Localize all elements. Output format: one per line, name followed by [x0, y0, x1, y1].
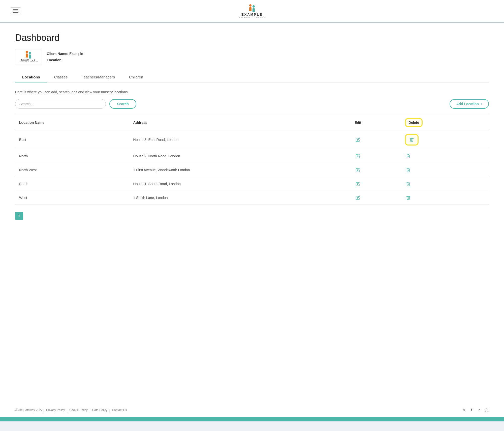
add-location-label: Add Location — [456, 102, 479, 106]
table-header-row: Location Name Address Edit Delete — [15, 115, 489, 130]
tab-locations[interactable]: Locations — [15, 72, 47, 82]
cell-address: House 2, North Road, London — [129, 149, 351, 163]
delete-button[interactable] — [405, 194, 412, 201]
facebook-icon[interactable]: f — [469, 408, 474, 412]
locations-description: Here is where you can add, search, edit … — [15, 90, 489, 94]
client-logo-text-main: EXAMPLE — [21, 59, 36, 61]
tab-classes[interactable]: Classes — [47, 72, 75, 82]
cell-edit — [351, 191, 401, 205]
client-info: EXAMPLE A GREAT COMPANY Client Name: Exa… — [15, 49, 489, 65]
linkedin-icon[interactable]: in — [477, 408, 481, 412]
footer-privacy-link[interactable]: Privacy Policy — [46, 408, 65, 412]
cell-delete — [401, 177, 489, 191]
client-logo-head — [26, 51, 28, 53]
footer-social: 𝕏 f in ◯ — [462, 408, 489, 412]
col-header-delete: Delete — [401, 115, 489, 130]
delete-button[interactable] — [405, 181, 412, 187]
tab-teachers-managers[interactable]: Teachers/Managers — [75, 72, 122, 82]
table-row: East House 3, East Road, London — [15, 130, 489, 149]
col-header-address: Address — [129, 115, 351, 130]
delete-button[interactable] — [405, 153, 412, 159]
client-name-label: Client Name: — [47, 52, 69, 56]
cell-delete — [401, 130, 489, 149]
client-logo-head — [29, 52, 31, 54]
menu-toggle-button[interactable] — [10, 7, 21, 14]
plus-icon: + — [480, 102, 482, 106]
client-location-label: Location: — [47, 58, 63, 62]
table-row: North House 2, North Road, London — [15, 149, 489, 163]
cell-delete — [401, 149, 489, 163]
logo-text-sub: A GREAT COMPANY — [239, 16, 265, 19]
logo-person-left — [249, 4, 251, 11]
footer-sep2: | — [89, 408, 91, 412]
client-location-row: Location: — [47, 57, 83, 63]
client-logo-box: EXAMPLE A GREAT COMPANY — [15, 49, 42, 65]
cell-address: 1 Smith Lane, London — [129, 191, 351, 205]
cell-location-name: North West — [15, 163, 129, 177]
table-header: Location Name Address Edit Delete — [15, 115, 489, 130]
cell-address: 1 First Avenue, Wandsworth London — [129, 163, 351, 177]
edit-button[interactable] — [355, 181, 361, 187]
col-header-edit: Edit — [351, 115, 401, 130]
tab-children[interactable]: Children — [122, 72, 150, 82]
search-button[interactable]: Search — [109, 99, 136, 109]
client-logo-icon — [25, 51, 32, 59]
search-input[interactable] — [15, 99, 106, 109]
delete-button[interactable] — [408, 136, 415, 143]
footer-sep3: | — [109, 408, 111, 412]
edit-button[interactable] — [355, 167, 361, 173]
twitter-icon[interactable]: 𝕏 — [462, 408, 466, 412]
footer: © Arc Pathway 2022 | Privacy Policy | Co… — [0, 403, 504, 417]
delete-highlight-row — [405, 134, 419, 146]
logo-head — [249, 4, 251, 7]
logo-body — [253, 8, 255, 12]
tabs: Locations Classes Teachers/Managers Chil… — [15, 72, 489, 82]
hamburger-line — [13, 9, 18, 10]
footer-data-link[interactable]: Data Policy — [92, 408, 108, 412]
delete-highlight: Delete — [405, 118, 423, 127]
client-name-value: Example — [69, 52, 83, 56]
footer-cookie-link[interactable]: Cookie Policy — [69, 408, 88, 412]
logo-text-main: EXAMPLE — [241, 13, 263, 16]
logo-body — [249, 7, 251, 11]
cell-edit — [351, 149, 401, 163]
instagram-icon[interactable]: ◯ — [484, 408, 489, 412]
table-row: South House 1, South Road, London — [15, 177, 489, 191]
search-bar: Search Add Location + — [15, 99, 489, 109]
client-logo-person-left — [26, 51, 28, 58]
logo-head — [253, 5, 255, 8]
cell-edit — [351, 177, 401, 191]
edit-button[interactable] — [355, 194, 361, 201]
cell-address: House 3, East Road, London — [129, 130, 351, 149]
footer-sep1: | — [67, 408, 68, 412]
cell-location-name: North — [15, 149, 129, 163]
locations-table: Location Name Address Edit Delete East H… — [15, 115, 489, 205]
add-location-button[interactable]: Add Location + — [450, 99, 489, 109]
hamburger-line — [13, 12, 18, 13]
main-content: Dashboard EXAMPLE A GREAT COMPANY Client… — [0, 22, 504, 403]
cell-edit — [351, 163, 401, 177]
edit-button[interactable] — [355, 153, 361, 159]
navbar-logo: EXAMPLE A GREAT COMPANY — [239, 3, 265, 19]
footer-copyright: © Arc Pathway 2022 | — [15, 408, 45, 412]
client-logo-person-right — [29, 52, 31, 59]
col-header-name: Location Name — [15, 115, 129, 130]
cell-location-name: West — [15, 191, 129, 205]
table-body: East House 3, East Road, London — [15, 130, 489, 205]
navbar: EXAMPLE A GREAT COMPANY — [0, 0, 504, 22]
table-row: West 1 Smith Lane, London — [15, 191, 489, 205]
edit-button[interactable] — [355, 136, 361, 143]
logo-icon — [247, 3, 257, 12]
delete-button[interactable] — [405, 167, 412, 173]
pagination: 1 — [15, 212, 489, 220]
page-title: Dashboard — [15, 33, 489, 43]
table-row: North West 1 First Avenue, Wandsworth Lo… — [15, 163, 489, 177]
cell-address: House 1, South Road, London — [129, 177, 351, 191]
cell-location-name: East — [15, 130, 129, 149]
page-1-button[interactable]: 1 — [15, 212, 23, 220]
footer-contact-link[interactable]: Contact Us — [112, 408, 127, 412]
bottom-bar — [0, 417, 504, 421]
client-logo-text-sub: A GREAT COMPANY — [18, 61, 39, 63]
client-logo-body — [26, 53, 28, 58]
client-name-row: Client Name: Example — [47, 51, 83, 57]
